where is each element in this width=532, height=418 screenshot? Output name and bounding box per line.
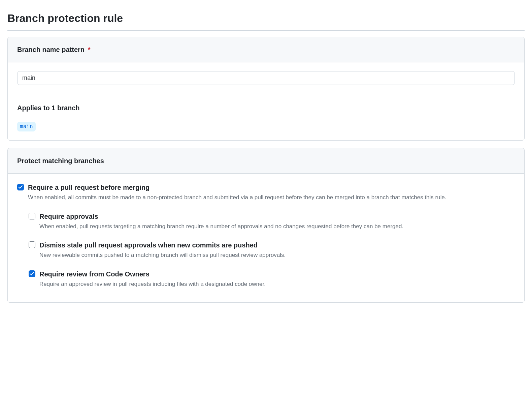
branch-pattern-body — [8, 62, 524, 94]
require-codeowners-text: Require review from Code Owners Require … — [39, 269, 266, 289]
dismiss-stale-label: Dismiss stale pull request approvals whe… — [39, 240, 286, 250]
require-pr-checkbox[interactable] — [17, 184, 24, 190]
branch-pill: main — [17, 122, 36, 131]
require-codeowners-label: Require review from Code Owners — [39, 269, 266, 279]
dismiss-stale-checkbox[interactable] — [29, 241, 35, 248]
option-dismiss-stale: Dismiss stale pull request approvals whe… — [29, 235, 515, 264]
option-require-pr: Require a pull request before merging Wh… — [17, 181, 515, 207]
require-pr-label: Require a pull request before merging — [28, 182, 446, 192]
require-codeowners-checkbox[interactable] — [29, 270, 35, 277]
branch-pattern-header-text: Branch name pattern — [17, 46, 85, 53]
require-pr-desc: When enabled, all commits must be made t… — [28, 193, 446, 202]
require-approvals-checkbox[interactable] — [29, 213, 35, 219]
option-require-approvals: Require approvals When enabled, pull req… — [29, 207, 515, 236]
required-star-icon: * — [88, 46, 91, 53]
require-approvals-desc: When enabled, pull requests targeting a … — [39, 222, 403, 231]
option-require-codeowners: Require review from Code Owners Require … — [29, 264, 515, 293]
require-codeowners-desc: Require an approved review in pull reque… — [39, 280, 266, 289]
applies-to-body: Applies to 1 branch main — [8, 94, 524, 140]
protect-options-body: Require a pull request before merging Wh… — [8, 174, 524, 302]
page-title: Branch protection rule — [7, 10, 525, 31]
dismiss-stale-text: Dismiss stale pull request approvals whe… — [39, 240, 286, 260]
require-approvals-text: Require approvals When enabled, pull req… — [39, 211, 403, 231]
require-pr-text: Require a pull request before merging Wh… — [28, 182, 446, 202]
branch-pattern-input[interactable] — [17, 71, 515, 85]
protect-branches-panel: Protect matching branches Require a pull… — [7, 148, 525, 303]
applies-to-title: Applies to 1 branch — [17, 103, 515, 113]
branch-pattern-panel: Branch name pattern * Applies to 1 branc… — [7, 37, 525, 141]
dismiss-stale-desc: New reviewable commits pushed to a match… — [39, 251, 286, 260]
branch-pattern-header: Branch name pattern * — [8, 37, 524, 62]
protect-header: Protect matching branches — [8, 148, 524, 174]
require-approvals-label: Require approvals — [39, 211, 403, 221]
